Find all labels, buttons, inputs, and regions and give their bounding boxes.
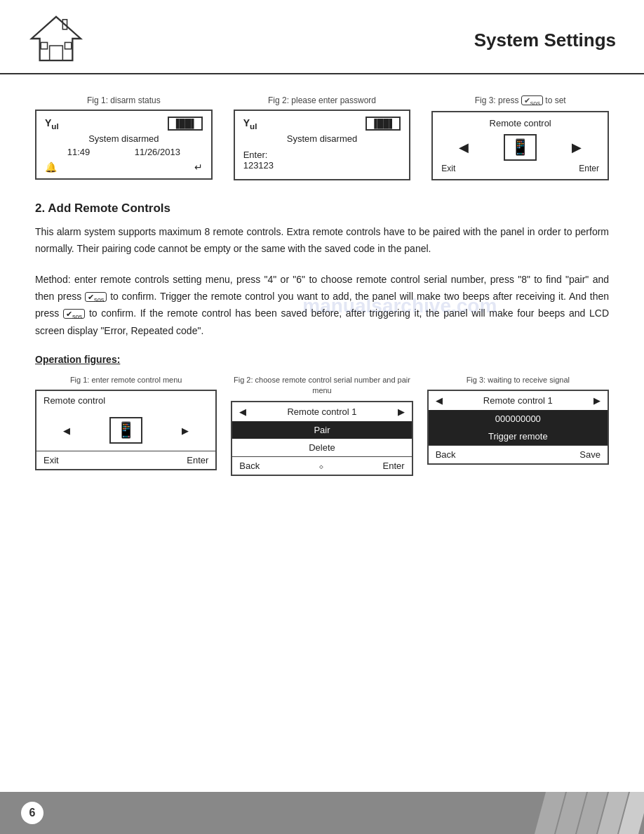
bottom-fig3-title-row: ◀ Remote control 1 ▶ bbox=[429, 391, 608, 410]
bottom-fig1-footer: Exit Enter bbox=[36, 451, 215, 469]
fig2-enter-value: 123123 bbox=[243, 160, 401, 171]
page-title: System Settings bbox=[474, 29, 616, 51]
up-down-icon: ⬦ bbox=[318, 461, 324, 471]
op-figures-label: Operation figures: bbox=[35, 354, 609, 365]
bottom-fig2-enter: Enter bbox=[383, 461, 405, 471]
bottom-fig2-left-arrow: ◀ bbox=[239, 406, 246, 417]
bottom-fig2-back: Back bbox=[239, 461, 260, 471]
bottom-fig2-label: Fig 2: choose remote control serial numb… bbox=[231, 375, 412, 397]
fig1-label: Fig 1: disarm status bbox=[35, 95, 213, 105]
bottom-fig3: Fig 3: waiting to receive signal ◀ Remot… bbox=[427, 375, 609, 465]
bottom-fig3-value: 000000000 bbox=[429, 410, 608, 428]
remote-icon: 📱 bbox=[504, 134, 537, 161]
fig1-item: Fig 1: disarm status Yul ▐██▌ System dis… bbox=[35, 95, 213, 180]
page-number: 6 bbox=[21, 802, 43, 824]
fig2-item: Fig 2: please enter password Yul ▐██▌ Sy… bbox=[234, 95, 411, 180]
top-fig-row: Fig 1: disarm status Yul ▐██▌ System dis… bbox=[35, 95, 609, 180]
bottom-fig2: Fig 2: choose remote control serial numb… bbox=[231, 375, 412, 476]
bottom-fig3-footer: Back Save bbox=[429, 445, 608, 463]
fig3-enter: Enter bbox=[579, 164, 599, 173]
fig1-line1: System disarmed bbox=[45, 133, 203, 144]
svg-rect-1 bbox=[50, 46, 63, 60]
bottom-fig3-label: Fig 3: waiting to receive signal bbox=[427, 375, 609, 385]
signal-icon-1: Yul bbox=[45, 117, 59, 131]
bell-icon: 🔔 bbox=[45, 161, 57, 173]
fig2-enter-label: Enter: bbox=[243, 150, 401, 160]
battery-icon-2: ▐██▌ bbox=[365, 117, 401, 131]
bottom-fig3-right-arrow: ▶ bbox=[593, 395, 601, 406]
fig1-time: 11:49 bbox=[67, 147, 90, 157]
section2-heading: 2. Add Remote Controls bbox=[35, 201, 609, 216]
bottom-fig2-item2: Delete bbox=[232, 439, 411, 456]
right-arrow: ▶ bbox=[572, 140, 582, 155]
fig3-nav: ◀ 📱 ▶ bbox=[441, 134, 599, 161]
svg-marker-0 bbox=[32, 17, 81, 60]
bottom-fig2-item1: Pair bbox=[232, 421, 411, 439]
bottom-fig1: Fig 1: enter remote control menu Remote … bbox=[35, 375, 217, 470]
bottom-fig1-title: Remote control bbox=[43, 395, 105, 406]
fig3-exit: Exit bbox=[441, 164, 455, 173]
return-icon: ↵ bbox=[194, 161, 203, 173]
bottom-fig1-right: ▶ bbox=[182, 425, 189, 436]
bottom-fig1-lcd: Remote control ◀ 📱 ▶ Exit Enter bbox=[35, 390, 217, 470]
bottom-fig2-right-arrow: ▶ bbox=[398, 406, 405, 417]
fig1-date: 11/26/2013 bbox=[135, 147, 180, 157]
bottom-fig-row: Fig 1: enter remote control menu Remote … bbox=[35, 375, 609, 476]
bottom-fig2-title: Remote control 1 bbox=[287, 406, 356, 417]
fig2-lcd: Yul ▐██▌ System disarmed Enter: 123123 bbox=[234, 110, 411, 180]
house-logo bbox=[28, 14, 84, 66]
bottom-fig3-title: Remote control 1 bbox=[483, 395, 553, 406]
fig2-label: Fig 2: please enter password bbox=[234, 95, 411, 105]
header: System Settings bbox=[0, 0, 644, 74]
fig3-item: Fig 3: press ✔sos to set Remote control … bbox=[431, 95, 609, 180]
section2-body1: This alarm system supports maximum 8 rem… bbox=[35, 224, 609, 258]
bottom-fig1-enter: Enter bbox=[187, 455, 208, 465]
bottom-fig2-title-row: ◀ Remote control 1 ▶ bbox=[232, 402, 411, 421]
fig3-footer: Exit Enter bbox=[441, 164, 599, 173]
footer: 6 bbox=[0, 792, 644, 834]
footer-stripes bbox=[540, 792, 644, 834]
fig3-title: Remote control bbox=[441, 118, 599, 128]
left-arrow: ◀ bbox=[459, 140, 469, 155]
bottom-fig1-remote-icon: 📱 bbox=[109, 417, 142, 444]
bottom-fig3-lcd: ◀ Remote control 1 ▶ 000000000 Trigger r… bbox=[427, 390, 609, 465]
bottom-fig2-footer: Back ⬦ Enter bbox=[232, 456, 411, 475]
bottom-fig2-lcd: ◀ Remote control 1 ▶ Pair Delete Back ⬦ … bbox=[231, 401, 412, 476]
svg-rect-3 bbox=[65, 42, 71, 48]
section2-body2: Method: enter remote controls setting me… bbox=[35, 272, 609, 340]
svg-rect-2 bbox=[41, 42, 47, 48]
bottom-fig3-save: Save bbox=[579, 449, 601, 460]
bottom-fig3-trigger: Trigger remote bbox=[429, 428, 608, 445]
bottom-fig1-label: Fig 1: enter remote control menu bbox=[35, 375, 217, 385]
fig2-line1: System disarmed bbox=[243, 133, 401, 144]
fig3-lcd: Remote control ◀ 📱 ▶ Exit Enter bbox=[431, 111, 609, 180]
battery-icon-1: ▐██▌ bbox=[168, 117, 203, 131]
bottom-fig1-left: ◀ bbox=[63, 425, 70, 436]
fig1-lcd: Yul ▐██▌ System disarmed 11:49 11/26/201… bbox=[35, 110, 213, 180]
bottom-fig3-back: Back bbox=[436, 449, 456, 460]
main-content: Fig 1: disarm status Yul ▐██▌ System dis… bbox=[0, 74, 644, 497]
fig3-label: Fig 3: press ✔sos to set bbox=[431, 95, 609, 107]
bottom-fig1-title-row: Remote control bbox=[36, 391, 215, 410]
bottom-fig1-exit: Exit bbox=[43, 455, 59, 465]
signal-icon-2: Yul bbox=[243, 117, 257, 131]
bottom-fig3-left-arrow: ◀ bbox=[436, 395, 443, 406]
